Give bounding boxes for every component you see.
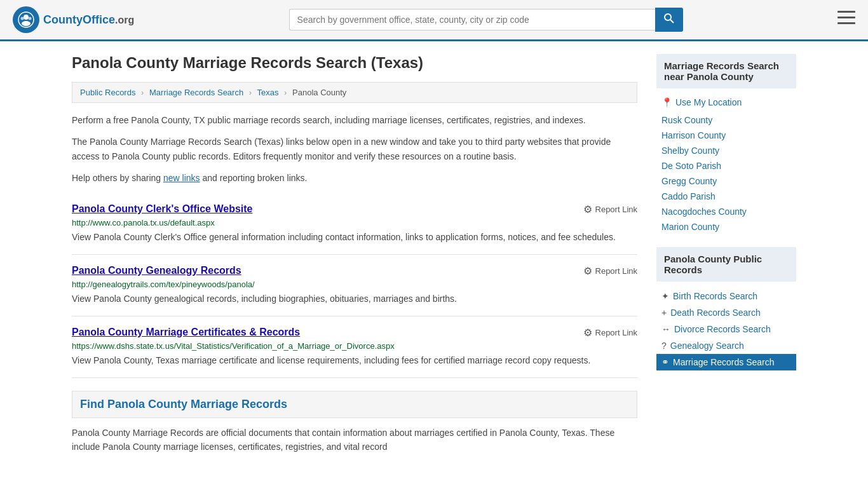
result-desc: View Panola County Clerk's Office genera… bbox=[72, 231, 637, 244]
nearby-county-link[interactable]: Caddo Parish bbox=[661, 191, 715, 201]
result-title[interactable]: Panola County Genealogy Records bbox=[72, 265, 241, 276]
nearby-county-link[interactable]: Gregg County bbox=[661, 176, 717, 186]
result-card-header: Panola County Clerk's Office Website ⚙ R… bbox=[72, 203, 637, 215]
use-location: 📍 Use My Location bbox=[656, 95, 796, 110]
record-link[interactable]: Marriage Records Search bbox=[673, 357, 775, 367]
search-icon bbox=[664, 13, 674, 24]
svg-point-3 bbox=[21, 17, 24, 20]
report-icon: ⚙ bbox=[583, 203, 592, 215]
svg-rect-7 bbox=[837, 11, 855, 13]
description-para2: The Panola County Marriage Records Searc… bbox=[72, 135, 637, 163]
report-icon: ⚙ bbox=[583, 327, 592, 339]
nearby-county-link[interactable]: Shelby County bbox=[661, 146, 719, 156]
report-link[interactable]: ⚙ Report Link bbox=[583, 327, 637, 339]
results-container: Panola County Clerk's Office Website ⚙ R… bbox=[72, 193, 637, 378]
result-card-header: Panola County Genealogy Records ⚙ Report… bbox=[72, 265, 637, 277]
result-desc: View Panola County genealogical records,… bbox=[72, 292, 637, 306]
record-icon: + bbox=[661, 308, 667, 318]
svg-point-4 bbox=[29, 17, 32, 20]
nearby-title: Marriage Records Search near Panola Coun… bbox=[656, 54, 796, 88]
public-records-title: Panola County Public Records bbox=[656, 247, 796, 281]
nearby-list-item: De Soto Parish bbox=[656, 158, 796, 173]
svg-line-6 bbox=[670, 20, 674, 23]
report-link[interactable]: ⚙ Report Link bbox=[583, 203, 637, 215]
record-link[interactable]: Divorce Records Search bbox=[674, 324, 771, 334]
record-link[interactable]: Death Records Search bbox=[670, 308, 761, 318]
breadcrumb-public-records[interactable]: Public Records bbox=[80, 88, 135, 97]
nearby-county-link[interactable]: De Soto Parish bbox=[661, 161, 721, 171]
result-card: Panola County Marriage Certificates & Re… bbox=[72, 316, 637, 378]
logo-area: CountyOffice.org bbox=[13, 6, 134, 33]
report-icon: ⚙ bbox=[583, 265, 592, 277]
record-icon: ⚭ bbox=[661, 357, 669, 367]
new-links-link[interactable]: new links bbox=[163, 173, 200, 183]
search-area bbox=[289, 8, 683, 32]
use-my-location-link[interactable]: Use My Location bbox=[675, 97, 742, 107]
record-link[interactable]: Genealogy Search bbox=[670, 341, 744, 351]
sidebar: Marriage Records Search near Panola Coun… bbox=[656, 54, 796, 454]
nearby-list-item: Caddo Parish bbox=[656, 189, 796, 204]
logo-icon bbox=[13, 6, 39, 33]
logo-org: .org bbox=[115, 15, 134, 25]
breadcrumb-texas[interactable]: Texas bbox=[257, 88, 279, 97]
records-list-item: ⚭Marriage Records Search bbox=[656, 354, 796, 370]
breadcrumb-current: Panola County bbox=[292, 88, 346, 97]
svg-point-1 bbox=[24, 15, 29, 20]
search-button[interactable] bbox=[655, 8, 683, 32]
nearby-list-item: Rusk County bbox=[656, 112, 796, 128]
nearby-county-link[interactable]: Marion County bbox=[661, 222, 719, 232]
header: CountyOffice.org bbox=[0, 0, 868, 41]
find-section-desc: Panola County Marriage Records are offic… bbox=[72, 426, 637, 454]
nearby-list: Rusk CountyHarrison CountyShelby CountyD… bbox=[656, 112, 796, 234]
report-link[interactable]: ⚙ Report Link bbox=[583, 265, 637, 277]
nearby-list-item: Shelby County bbox=[656, 143, 796, 158]
public-records-list: ✦Birth Records Search+Death Records Sear… bbox=[656, 288, 796, 370]
public-records-section: Panola County Public Records ✦Birth Reco… bbox=[656, 247, 796, 370]
find-section: Find Panola County Marriage Records Pano… bbox=[72, 391, 637, 454]
svg-point-2 bbox=[22, 21, 31, 26]
records-list-item: ↔Divorce Records Search bbox=[656, 321, 796, 337]
main-container: Panola County Marriage Records Search (T… bbox=[59, 41, 809, 466]
records-list-item: ✦Birth Records Search bbox=[656, 288, 796, 304]
breadcrumb-marriage-records-search[interactable]: Marriage Records Search bbox=[149, 88, 243, 97]
content-area: Panola County Marriage Records Search (T… bbox=[72, 54, 637, 454]
description-para1: Perform a free Panola County, TX public … bbox=[72, 113, 637, 127]
svg-rect-9 bbox=[837, 22, 855, 24]
result-card-header: Panola County Marriage Certificates & Re… bbox=[72, 327, 637, 339]
nearby-county-link[interactable]: Harrison County bbox=[661, 130, 726, 140]
result-url[interactable]: http://genealogytrails.com/tex/pineywood… bbox=[72, 280, 637, 289]
breadcrumb: Public Records › Marriage Records Search… bbox=[72, 82, 637, 103]
record-icon: ✦ bbox=[661, 291, 669, 301]
page-title: Panola County Marriage Records Search (T… bbox=[72, 54, 637, 72]
records-list-item: ?Genealogy Search bbox=[656, 337, 796, 354]
records-list-item: +Death Records Search bbox=[656, 304, 796, 321]
logo-text: CountyOffice.org bbox=[43, 13, 134, 27]
record-icon: ? bbox=[661, 341, 667, 351]
logo-brand: CountyOffice bbox=[43, 13, 115, 26]
menu-icon[interactable] bbox=[837, 11, 855, 29]
record-icon: ↔ bbox=[661, 324, 670, 334]
result-url[interactable]: http://www.co.panola.tx.us/default.aspx bbox=[72, 218, 637, 227]
nearby-list-item: Harrison County bbox=[656, 128, 796, 143]
svg-rect-8 bbox=[837, 17, 855, 18]
search-input[interactable] bbox=[289, 9, 655, 30]
svg-point-5 bbox=[665, 14, 671, 20]
result-title[interactable]: Panola County Marriage Certificates & Re… bbox=[72, 327, 300, 338]
nearby-section: Marriage Records Search near Panola Coun… bbox=[656, 54, 796, 234]
result-card: Panola County Genealogy Records ⚙ Report… bbox=[72, 255, 637, 316]
nearby-list-item: Marion County bbox=[656, 219, 796, 234]
result-desc: View Panola County, Texas marriage certi… bbox=[72, 354, 637, 367]
result-url[interactable]: https://www.dshs.state.tx.us/Vital_Stati… bbox=[72, 341, 637, 351]
record-link[interactable]: Birth Records Search bbox=[673, 291, 757, 301]
nearby-county-link[interactable]: Nacogdoches County bbox=[661, 207, 747, 217]
nearby-list-item: Nacogdoches County bbox=[656, 204, 796, 219]
nearby-list-item: Gregg County bbox=[656, 173, 796, 189]
location-icon: 📍 bbox=[661, 97, 672, 107]
nearby-county-link[interactable]: Rusk County bbox=[661, 115, 712, 125]
find-section-title: Find Panola County Marriage Records bbox=[72, 391, 637, 418]
result-title[interactable]: Panola County Clerk's Office Website bbox=[72, 203, 252, 215]
description-para3: Help others by sharing new links and rep… bbox=[72, 171, 637, 185]
result-card: Panola County Clerk's Office Website ⚙ R… bbox=[72, 193, 637, 255]
